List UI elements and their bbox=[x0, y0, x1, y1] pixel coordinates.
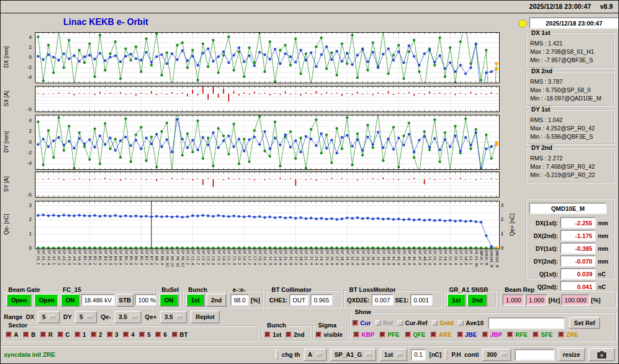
checkbox-sfe[interactable]: SFE bbox=[533, 331, 552, 338]
chg-th-toggle[interactable] bbox=[275, 350, 279, 360]
th-monitor-dropdown[interactable]: SP_A1_G bbox=[330, 348, 377, 361]
stat-rms: RMS : 1.421 bbox=[530, 39, 613, 48]
checkbox-rfe[interactable]: RFE bbox=[507, 331, 527, 338]
busel-on-button[interactable]: ON bbox=[159, 294, 179, 307]
sx-plot bbox=[36, 87, 499, 112]
checkbox-cur[interactable]: Cur bbox=[353, 320, 371, 326]
dropdown-mark-icon bbox=[316, 353, 323, 357]
checkbox-zre[interactable]: ZRE bbox=[558, 331, 578, 338]
stat-group-title: DY 2nd bbox=[530, 144, 554, 151]
checkbox-indicator bbox=[380, 332, 385, 337]
bt-lossmonitor-group: BT LossMonitor QXD2E: 0.007 SE1: 0.001 bbox=[344, 290, 441, 308]
checkbox-3[interactable]: 3 bbox=[107, 331, 118, 338]
checkbox-visible[interactable]: visible bbox=[316, 331, 343, 338]
replot-button[interactable]: Replot bbox=[190, 310, 219, 323]
th-bunch-dropdown[interactable]: 1st bbox=[380, 348, 407, 361]
checkbox-kbp[interactable]: KBP bbox=[354, 331, 374, 338]
checkbox-2[interactable]: 2 bbox=[91, 331, 102, 338]
range-qem-dropdown[interactable]: 3.5 bbox=[114, 311, 142, 323]
checkbox-b[interactable]: B bbox=[23, 331, 36, 338]
x-axis-label: SP_18_4 bbox=[298, 250, 303, 265]
ph-toggle[interactable] bbox=[445, 350, 448, 360]
x-axis-label: SP_53_4 bbox=[437, 250, 442, 265]
x-axis-label: SP_A1_3 bbox=[41, 250, 46, 265]
x-axis-label: SP_33_4 bbox=[355, 250, 360, 265]
checkbox-indicator bbox=[75, 332, 80, 337]
x-axis-label: SP_B6_4 bbox=[139, 250, 144, 265]
checkbox-label: Ave10 bbox=[466, 320, 484, 326]
checkbox-qfe[interactable]: QFE bbox=[405, 331, 426, 338]
rep-duty-unit: [%] bbox=[591, 297, 601, 304]
x-axis-label: SP_C6_4 bbox=[241, 250, 246, 265]
x-axis-label: SP_21_4 bbox=[303, 250, 308, 265]
stat-group-title: DY 1st bbox=[530, 106, 552, 113]
checkbox-indicator bbox=[6, 332, 12, 337]
beam-gate-open-button-2[interactable]: Open bbox=[34, 294, 59, 307]
x-axis-label: SP_54_4 bbox=[442, 250, 447, 265]
checkbox-ref[interactable]: Ref bbox=[375, 320, 393, 326]
x-axis-label: SP_16_4 bbox=[288, 250, 293, 265]
monitor-row-label: DX(1st): bbox=[529, 220, 558, 226]
monitor-row: DX(1st): -2.255 mm bbox=[529, 217, 611, 229]
checkbox-4[interactable]: 4 bbox=[123, 331, 134, 338]
x-axis-label: SP_R0_02 bbox=[164, 250, 169, 267]
x-axis-label: S8_61_H1 bbox=[474, 250, 479, 267]
range-dy-dropdown[interactable]: 5 bbox=[75, 311, 97, 323]
checkbox-cur-ref[interactable]: Cur-Ref bbox=[397, 320, 427, 326]
stat-group-title: DX 1st bbox=[530, 29, 552, 36]
checkbox-5[interactable]: 5 bbox=[139, 331, 150, 338]
resize-button[interactable]: resize bbox=[558, 348, 585, 361]
camera-icon bbox=[597, 351, 606, 358]
x-axis-label: SP_C7_4 bbox=[252, 250, 257, 265]
checkbox-pfe[interactable]: PFE bbox=[380, 331, 399, 338]
checkbox-2nd[interactable]: 2nd bbox=[286, 331, 305, 338]
checkbox-jbp[interactable]: JBP bbox=[482, 331, 502, 338]
screenshot-button[interactable] bbox=[588, 348, 615, 361]
snsr-1st-button[interactable]: 1st bbox=[447, 294, 466, 307]
x-axis-label: SP_A4_2 bbox=[72, 250, 77, 265]
fc15-stb-button[interactable]: STB bbox=[116, 294, 134, 307]
checkbox-1[interactable]: 1 bbox=[75, 331, 86, 338]
set-ref-button[interactable]: Set Ref bbox=[569, 317, 600, 329]
bunch-2nd-button[interactable]: 2nd bbox=[206, 294, 227, 307]
x-axis-label: SP_A2_1 bbox=[51, 250, 56, 265]
x-axis-label: SP_25_4 bbox=[324, 250, 329, 265]
checkbox-bt[interactable]: BT bbox=[172, 331, 188, 338]
bunch-1st-button[interactable]: 1st bbox=[186, 294, 205, 307]
range-dx-dropdown[interactable]: 5 bbox=[38, 311, 60, 323]
dx-plot bbox=[36, 33, 499, 83]
beam-rep-group: Beam Rep 1.000 1.000 [Hz] 100.000 [%] bbox=[499, 290, 617, 308]
monitor-row-label: DX(2nd): bbox=[529, 232, 558, 239]
checkbox-a[interactable]: A bbox=[6, 331, 18, 338]
x-axis-label: SP_35_4 bbox=[365, 250, 370, 265]
monitor-row: Q(1st): 0.039 nC bbox=[529, 268, 611, 280]
checkbox-label: JBP bbox=[490, 331, 502, 338]
che1-state: OUT bbox=[289, 294, 309, 306]
ref-file-input[interactable] bbox=[488, 317, 565, 329]
checkbox-indicator bbox=[123, 332, 129, 337]
checkbox-jbe[interactable]: JBE bbox=[457, 331, 477, 338]
checkbox-indicator bbox=[558, 332, 564, 337]
stat-min: Min : -5.596@QBF3E_S bbox=[530, 133, 613, 141]
beam-gate-open-button-1[interactable]: Open bbox=[6, 294, 32, 307]
checkbox-6[interactable]: 6 bbox=[155, 331, 167, 338]
checkbox-gold[interactable]: Gold bbox=[432, 320, 454, 326]
x-axis-label: SP_36_4 bbox=[370, 250, 375, 265]
checkbox-are[interactable]: ARE bbox=[431, 331, 451, 338]
range-qep-dropdown[interactable]: 3.5 bbox=[160, 311, 187, 323]
y-tick-label: 2 bbox=[501, 216, 504, 222]
bunch-group: Bunch 1st 2nd bbox=[183, 290, 225, 308]
x-axis-label: SP_R0_62 bbox=[180, 250, 185, 267]
x-axis-label: SP_55_4 bbox=[447, 250, 452, 265]
monitor-row-unit: mm bbox=[598, 220, 608, 226]
checkbox-ave10[interactable]: Ave10 bbox=[458, 320, 484, 326]
fc15-on-button[interactable]: ON bbox=[61, 294, 80, 307]
th-target-dropdown[interactable]: A bbox=[304, 348, 327, 361]
checkbox-r[interactable]: R bbox=[41, 331, 53, 338]
checkbox-label: KBP bbox=[361, 331, 374, 338]
snsr-2nd-button[interactable]: 2nd bbox=[467, 294, 488, 307]
checkbox-1st[interactable]: 1st bbox=[265, 331, 281, 338]
interval-input[interactable] bbox=[515, 349, 555, 361]
interval-dropdown[interactable]: 300 bbox=[482, 348, 511, 361]
checkbox-c[interactable]: C bbox=[58, 331, 70, 338]
